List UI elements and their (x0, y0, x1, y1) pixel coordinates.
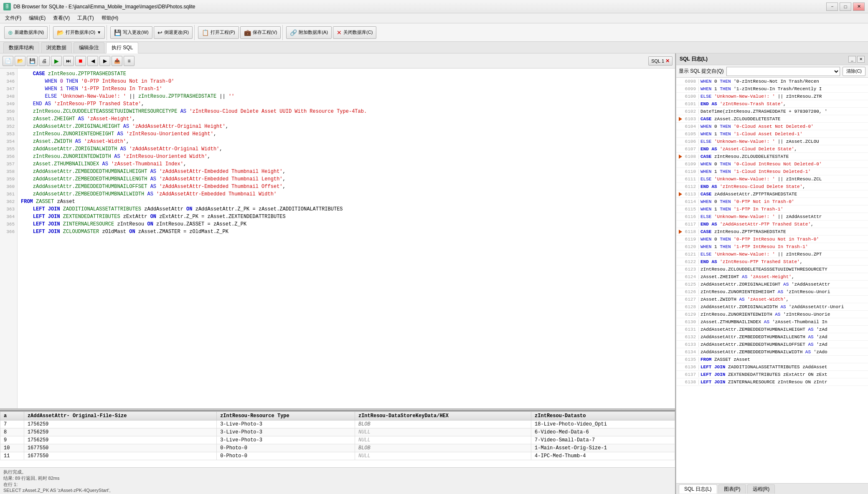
log-breakpoint-marker (678, 319, 683, 324)
log-line: 6098 WHEN 0 THEN '0-zIntResou-Not In Tra… (676, 78, 868, 85)
rpanel-tab-chart[interactable]: 图表(P) (718, 484, 746, 494)
code-editor[interactable]: 345 346 347 348 349 350 351 352 353 354 … (0, 68, 675, 408)
app-icon: 🗄 (3, 3, 11, 10)
log-line-number: 6130 (683, 319, 699, 324)
log-line-content: END AS 'zIntResou-Cloud Delete State', (700, 184, 866, 189)
log-breakpoint-marker (678, 327, 683, 332)
export-button[interactable]: 📤 (112, 56, 122, 66)
rpanel-tab-remote[interactable]: 远程(R) (747, 484, 775, 494)
code-line-362: FROM ZASSET zAsset (18, 198, 675, 205)
sql-tab-close[interactable]: ✕ (665, 58, 670, 64)
log-line-content: zAddAssetAttr.ZEMBEDDEDTHUMBNAILHEIGHT A… (700, 327, 866, 332)
log-line: 6135FROM ZASSET zAsset (676, 356, 868, 363)
close-button[interactable]: ✕ (853, 3, 865, 11)
code-line-349: END AS 'zIntResou-PTP Trashed State', (18, 100, 675, 108)
log-line-content: zAddAssetAttr.ZEMBEDDEDTHUMBNAILLENGTH A… (700, 334, 866, 339)
log-line-content: zIntResou.ZUNORIENTEDHEIGHT AS 'zIntReso… (700, 289, 866, 294)
menu-edit[interactable]: 编辑(E) (25, 14, 49, 23)
log-display-label: 显示 SQL 提交自(Q) (679, 68, 724, 75)
log-line-number: 6133 (683, 342, 699, 347)
print-sql-button[interactable]: 🖨 (39, 56, 50, 66)
sql-tab-1[interactable]: SQL 1 ✕ (648, 56, 673, 66)
run-line-button[interactable]: ⏭ (63, 56, 74, 66)
log-breakpoint-marker (678, 214, 683, 219)
new-sql-button[interactable]: 📄 (3, 56, 13, 66)
log-line-number: 6134 (683, 350, 699, 355)
new-db-button[interactable]: ⊕ 新建数据库(N) (4, 26, 48, 39)
log-line-number: 6119 (683, 237, 699, 242)
menu-view[interactable]: 查看(V) (50, 14, 73, 23)
right-panel-tab-bar: SQL 日志(L) 图表(P) 远程(R) (676, 483, 868, 494)
log-line-number: 6111 (683, 177, 699, 182)
stop-sql-button[interactable]: ⏹ (75, 56, 86, 66)
log-line-content: END AS 'zIntResou-PTP Trashed State', (700, 259, 866, 264)
results-table-container[interactable]: a zAddAssetAttr- Original-File-Size zInt… (0, 411, 675, 467)
log-line: 6104 WHEN 0 THEN '0-Cloud Asset Not Dele… (676, 123, 868, 130)
log-line-content: zIntResou.ZCLOUDDELETEASSSETUUIDWITHRESO… (700, 267, 866, 272)
log-breakpoint-marker (678, 94, 683, 99)
main-tab-bar: 数据库结构 浏览数据 编辑杂注 执行 SQL (0, 42, 868, 53)
code-line-351: zAsset.ZHEIGHT AS 'zAsset-Height', (18, 115, 675, 123)
toolbar: ⊕ 新建数据库(N) 📂 打开数据库(O) ▼ 💾 写入更改(W) ↩ 倒退更改… (0, 23, 868, 42)
log-breakpoint-marker (678, 259, 683, 264)
rpanel-tab-log[interactable]: SQL 日志(L) (679, 484, 717, 494)
log-breakpoint-marker (678, 86, 683, 91)
prev-result-button[interactable]: ◀ (87, 56, 98, 66)
log-line-content: ELSE 'Unknown-New-Value!: ' || zAsset.ZC… (700, 139, 866, 144)
code-text-area[interactable]: CASE zIntResou.ZPTPTRASHEDSTATE WHEN 0 T… (18, 68, 675, 408)
log-line: 6129 zIntResou.ZUNORIENTEDWIDTH AS 'zInt… (676, 311, 868, 318)
menu-file[interactable]: 文件(F) (2, 14, 25, 23)
log-source-select[interactable] (726, 67, 840, 76)
log-breakpoint-marker (678, 79, 683, 84)
attach-db-button[interactable]: 🔗 附加数据库(A) (286, 26, 332, 39)
log-line-number: 6107 (683, 147, 699, 152)
next-result-button[interactable]: ▶ (99, 56, 110, 66)
revert-changes-button[interactable]: ↩ 倒退更改(R) (154, 26, 193, 39)
table-row: 9 1756259 3-Live-Photo-3 NULL 7-Video-Sm… (0, 436, 675, 444)
log-line-content: ELSE 'Unknown-New-Value!: ' || zIntResou… (700, 252, 866, 257)
log-breakpoint-marker (678, 169, 683, 174)
panel-minimize-button[interactable]: _ (848, 56, 856, 63)
log-line-number: 6135 (683, 357, 699, 362)
tab-browse-data[interactable]: 浏览数据 (41, 42, 72, 53)
format-button[interactable]: ≡ (124, 56, 135, 66)
tab-execute-sql[interactable]: 执行 SQL (106, 42, 138, 53)
save-sql-button[interactable]: 💾 (27, 56, 38, 66)
open-db-button[interactable]: 📂 打开数据库(O) ▼ (53, 26, 105, 39)
log-line-number: 6131 (683, 327, 699, 332)
panel-close-button[interactable]: ✕ (857, 56, 865, 63)
open-project-button[interactable]: 📋 打开工程(P) (198, 26, 239, 39)
log-line-number: 6100 (683, 94, 699, 99)
log-toolbar: 显示 SQL 提交自(Q) 清除(C) (676, 65, 868, 78)
tab-db-structure[interactable]: 数据库结构 (3, 42, 39, 53)
menu-tools[interactable]: 工具(T) (74, 14, 97, 23)
log-line-number: 6105 (683, 132, 699, 137)
log-line-content: WHEN 0 THEN '0-Cloud IntResou Not Delete… (700, 162, 866, 167)
open-sql-button[interactable]: 📂 (15, 56, 25, 66)
code-line-359: zAddAssetAttr.ZEMBEDDEDTHUMBNAILLENGTH A… (18, 175, 675, 183)
tab-edit-notes[interactable]: 编辑杂注 (74, 42, 104, 53)
maximize-button[interactable]: □ (840, 3, 851, 11)
write-changes-button[interactable]: 💾 写入更改(W) (110, 26, 152, 39)
sql-log-panel: SQL 日志(L) _ ✕ 显示 SQL 提交自(Q) 清除(C) 6098 W… (676, 53, 868, 494)
save-project-button[interactable]: 💼 保存工程(V) (240, 26, 281, 39)
log-breakpoint-marker (678, 192, 683, 197)
log-line: 6130 zAsset.ZTHUMBNAILINDEX AS 'zAsset-T… (676, 318, 868, 326)
log-line-number: 6125 (683, 282, 699, 287)
clear-log-button[interactable]: 清除(C) (843, 67, 865, 76)
table-row: 10 1677550 0-Photo-0 BLOB 1-Main-Asset-O… (0, 444, 675, 452)
run-sql-button[interactable]: ▶ (51, 56, 62, 66)
log-line-content: FROM ZASSET zAsset (700, 357, 866, 362)
log-line-content: WHEN 1 THEN '1-PTP In Trash-1' (700, 207, 866, 212)
log-line: 6106 ELSE 'Unknown-New-Value!: ' || zAss… (676, 138, 868, 145)
menu-help[interactable]: 帮助(H) (98, 14, 122, 23)
minimize-button[interactable]: － (826, 3, 838, 11)
results-area: a zAddAssetAttr- Original-File-Size zInt… (0, 410, 675, 494)
log-breakpoint-marker (678, 154, 683, 159)
log-line-number: 6117 (683, 222, 699, 227)
log-content[interactable]: 6098 WHEN 0 THEN '0-zIntResou-Not In Tra… (676, 78, 868, 483)
log-breakpoint-marker (678, 252, 683, 257)
table-row: 7 1756259 3-Live-Photo-3 BLOB 18-Live-Ph… (0, 421, 675, 428)
close-db-button[interactable]: ✕ 关闭数据库(C) (333, 26, 376, 39)
log-breakpoint-marker (678, 380, 683, 385)
